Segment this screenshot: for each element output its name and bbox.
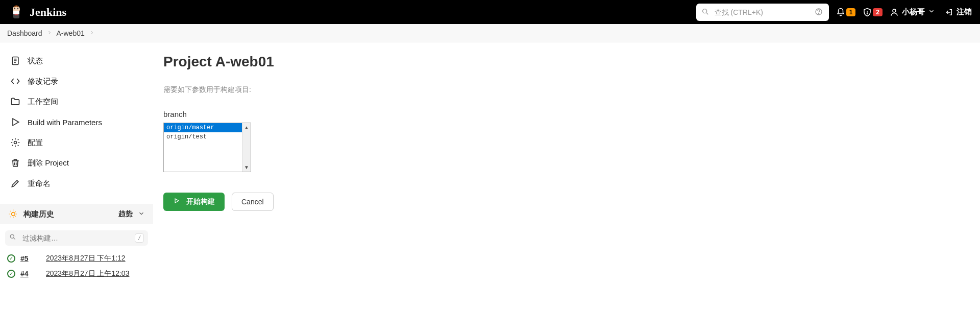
trash-icon xyxy=(10,158,20,168)
user-menu[interactable]: 小杨哥 xyxy=(890,7,937,17)
search-box[interactable] xyxy=(696,4,829,21)
play-icon xyxy=(10,117,20,127)
svg-marker-33 xyxy=(175,199,179,203)
app-header: Jenkins 1 2 小杨哥 xyxy=(0,0,980,24)
sidebar-item-workspace[interactable]: 工作空间 xyxy=(0,91,153,112)
build-number-link[interactable]: #5 xyxy=(20,254,41,263)
sidebar-label: Build with Parameters xyxy=(28,118,102,127)
listbox-option[interactable]: origin/master xyxy=(164,123,242,132)
svg-line-30 xyxy=(15,211,16,212)
sidebar-label: 重命名 xyxy=(28,179,51,188)
search-icon xyxy=(9,233,18,243)
notif-badge: 1 xyxy=(846,8,856,16)
cancel-button[interactable]: Cancel xyxy=(232,193,274,211)
build-filter-input[interactable] xyxy=(22,234,131,242)
chevron-down-icon[interactable] xyxy=(138,210,145,219)
logout-icon xyxy=(944,8,953,17)
document-icon xyxy=(10,56,20,66)
build-date-link[interactable]: 2023年8月27日 下午1:12 xyxy=(46,254,126,263)
help-icon[interactable] xyxy=(815,8,824,17)
sidebar-label: 删除 Project xyxy=(28,158,69,168)
svg-line-32 xyxy=(14,238,15,240)
sidebar-item-rename[interactable]: 重命名 xyxy=(0,173,153,194)
branch-listbox[interactable]: origin/master origin/test ▲ ▼ xyxy=(163,123,251,172)
build-button-label: 开始构建 xyxy=(186,197,215,206)
user-icon xyxy=(890,8,899,17)
svg-point-12 xyxy=(893,9,896,12)
svg-point-4 xyxy=(17,8,18,9)
sidebar-item-changes[interactable]: 修改记录 xyxy=(0,71,153,91)
sidebar: 状态 修改记录 工作空间 Build with Parameters 配置 xyxy=(0,42,153,281)
svg-point-3 xyxy=(14,8,15,9)
breadcrumb: Dashboard A-web01 xyxy=(0,24,980,42)
username-label: 小杨哥 xyxy=(902,7,925,17)
svg-point-9 xyxy=(818,13,819,14)
svg-marker-18 xyxy=(13,119,19,125)
main-content: Project A-web01 需要如下参数用于构建项目: branch ori… xyxy=(153,42,980,281)
sun-icon xyxy=(8,209,18,219)
chevron-right-icon xyxy=(89,29,95,37)
build-row[interactable]: ✓ #5 2023年8月27日 下午1:12 xyxy=(0,251,153,266)
svg-point-6 xyxy=(702,9,706,13)
gear-icon xyxy=(10,137,20,148)
shield-alert-icon xyxy=(863,8,872,17)
svg-line-29 xyxy=(10,216,11,217)
logout-label: 注销 xyxy=(957,7,972,17)
sidebar-label: 修改记录 xyxy=(28,77,58,86)
play-icon xyxy=(173,197,182,206)
sidebar-label: 工作空间 xyxy=(28,97,58,107)
page-title: Project A-web01 xyxy=(163,54,970,70)
svg-point-11 xyxy=(867,13,868,14)
build-row[interactable]: ✓ #4 2023年8月27日 上午12:03 xyxy=(0,266,153,281)
jenkins-logo-icon xyxy=(8,4,24,20)
build-number-link[interactable]: #4 xyxy=(20,270,41,278)
svg-point-22 xyxy=(12,212,15,216)
param-description: 需要如下参数用于构建项目: xyxy=(163,85,970,94)
svg-point-19 xyxy=(14,141,17,144)
breadcrumb-item-project[interactable]: A-web01 xyxy=(57,29,85,37)
chevron-down-icon xyxy=(928,8,937,17)
sidebar-item-configure[interactable]: 配置 xyxy=(0,132,153,153)
breadcrumb-item-dashboard[interactable]: Dashboard xyxy=(7,29,42,37)
chevron-right-icon xyxy=(46,29,53,37)
scrollbar[interactable]: ▲ ▼ xyxy=(242,123,251,172)
sidebar-item-delete[interactable]: 删除 Project xyxy=(0,153,153,173)
success-status-icon: ✓ xyxy=(7,254,15,263)
svg-point-31 xyxy=(10,234,14,238)
scroll-down-icon[interactable]: ▼ xyxy=(244,164,249,170)
build-history-header: 构建历史 趋势 xyxy=(0,204,153,224)
notifications-button[interactable]: 1 xyxy=(836,8,856,17)
logo-area[interactable]: Jenkins xyxy=(8,4,66,20)
build-history-title: 构建历史 xyxy=(23,209,113,219)
sidebar-label: 配置 xyxy=(28,138,43,148)
success-status-icon: ✓ xyxy=(7,270,15,278)
listbox-option[interactable]: origin/test xyxy=(164,132,242,141)
svg-line-7 xyxy=(706,13,708,14)
app-name: Jenkins xyxy=(30,6,66,19)
sidebar-label: 状态 xyxy=(28,56,43,66)
svg-line-27 xyxy=(10,211,11,212)
svg-rect-5 xyxy=(15,14,18,15)
svg-line-28 xyxy=(15,216,16,217)
param-label: branch xyxy=(163,110,970,119)
code-icon xyxy=(10,76,20,86)
folder-icon xyxy=(10,97,20,107)
alerts-button[interactable]: 2 xyxy=(863,8,883,17)
sidebar-item-build-params[interactable]: Build with Parameters xyxy=(0,112,153,132)
pencil-icon xyxy=(10,178,20,188)
search-input[interactable] xyxy=(715,8,811,16)
build-filter-box[interactable]: / xyxy=(5,230,148,246)
slash-hint: / xyxy=(135,233,144,243)
trend-link[interactable]: 趋势 xyxy=(118,209,133,219)
sidebar-item-status[interactable]: 状态 xyxy=(0,51,153,71)
cancel-button-label: Cancel xyxy=(241,198,264,206)
logout-button[interactable]: 注销 xyxy=(944,7,972,17)
bell-icon xyxy=(836,8,845,17)
scroll-up-icon[interactable]: ▲ xyxy=(244,125,249,130)
search-icon xyxy=(701,8,710,17)
alert-badge: 2 xyxy=(873,8,883,16)
build-button[interactable]: 开始构建 xyxy=(163,193,225,211)
build-date-link[interactable]: 2023年8月27日 上午12:03 xyxy=(46,269,129,278)
